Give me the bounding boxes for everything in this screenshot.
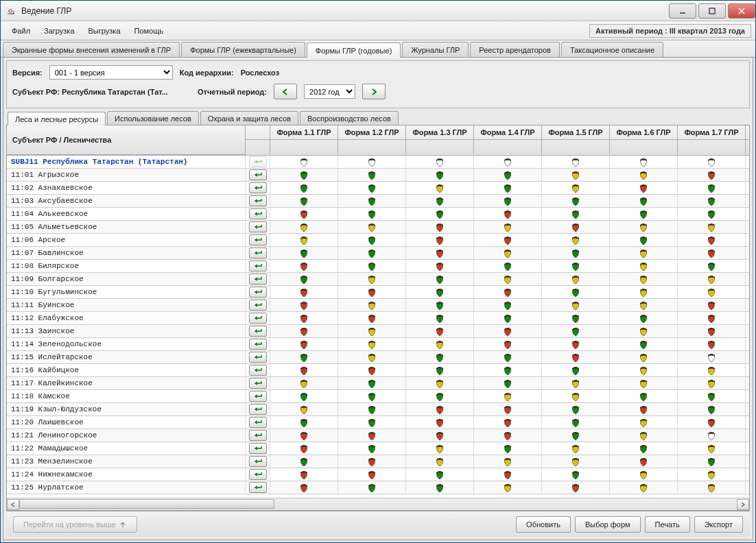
status-cell[interactable]: [406, 182, 474, 194]
col-form-1[interactable]: Форма 1.1 ГЛР: [270, 125, 338, 139]
table-row[interactable]: 11:25 Нурлатское: [7, 481, 749, 494]
table-row[interactable]: 11:16 Кайбицкое: [7, 364, 749, 377]
subtab-2[interactable]: Охрана и защита лесов: [200, 111, 298, 125]
enter-row-button[interactable]: [249, 287, 267, 298]
status-cell[interactable]: [474, 481, 542, 494]
status-cell[interactable]: [406, 390, 474, 402]
status-cell[interactable]: [542, 273, 610, 285]
subtab-3[interactable]: Воспроизводство лесов: [300, 111, 399, 125]
status-cell[interactable]: [270, 169, 338, 181]
status-cell[interactable]: [610, 351, 678, 363]
status-cell[interactable]: [678, 377, 746, 389]
enter-row-button[interactable]: [249, 326, 267, 337]
status-cell[interactable]: [406, 169, 474, 181]
status-cell[interactable]: [406, 455, 474, 468]
menu-load[interactable]: Загрузка: [37, 24, 81, 38]
status-cell[interactable]: [406, 156, 474, 168]
enter-row-button[interactable]: [249, 248, 267, 258]
status-cell[interactable]: [542, 468, 610, 481]
status-cell[interactable]: [542, 221, 610, 233]
status-cell[interactable]: [542, 182, 610, 194]
col-subject[interactable]: Субъект РФ / Лесничества: [7, 125, 246, 155]
status-cell[interactable]: [474, 156, 542, 168]
status-cell[interactable]: [270, 299, 338, 311]
status-cell[interactable]: [338, 156, 406, 168]
menu-unload[interactable]: Выгрузка: [82, 24, 128, 38]
table-row[interactable]: 11:10 Бугульминское: [7, 286, 749, 299]
status-cell[interactable]: [270, 273, 338, 285]
enter-row-button[interactable]: [249, 482, 267, 493]
status-cell[interactable]: [338, 390, 406, 402]
menu-help[interactable]: Помощь: [128, 24, 171, 38]
status-cell[interactable]: [270, 455, 338, 468]
table-row[interactable]: 11:09 Болгарское: [7, 273, 749, 286]
status-cell[interactable]: [542, 416, 610, 429]
tab-3[interactable]: Журналы ГЛР: [402, 42, 469, 57]
status-cell[interactable]: [610, 286, 678, 298]
status-cell[interactable]: [270, 247, 338, 259]
tab-2[interactable]: Формы ГЛР (годовые): [307, 43, 401, 58]
status-cell[interactable]: [542, 234, 610, 246]
status-cell[interactable]: [678, 338, 746, 350]
table-row[interactable]: 11:07 Бавлинское: [7, 247, 749, 260]
status-cell[interactable]: [610, 195, 678, 207]
table-row[interactable]: 11:06 Арское: [7, 234, 749, 247]
enter-row-button[interactable]: [249, 339, 267, 350]
status-cell[interactable]: [678, 429, 746, 442]
status-cell[interactable]: [610, 455, 678, 468]
status-cell[interactable]: [542, 364, 610, 376]
status-cell[interactable]: [678, 299, 746, 311]
status-cell[interactable]: [610, 156, 678, 168]
status-cell[interactable]: [406, 195, 474, 207]
status-cell[interactable]: [270, 156, 338, 168]
status-cell[interactable]: [406, 351, 474, 363]
status-cell[interactable]: [678, 312, 746, 324]
enter-row-button[interactable]: [249, 234, 267, 245]
status-cell[interactable]: [338, 247, 406, 259]
status-cell[interactable]: [474, 351, 542, 363]
status-cell[interactable]: [406, 481, 474, 494]
status-cell[interactable]: [270, 195, 338, 207]
table-row[interactable]: 11:11 Буинское: [7, 299, 749, 312]
status-cell[interactable]: [270, 312, 338, 324]
status-cell[interactable]: [678, 208, 746, 220]
status-cell[interactable]: [678, 364, 746, 376]
table-row[interactable]: 11:12 Елабужское: [7, 312, 749, 325]
status-cell[interactable]: [406, 364, 474, 376]
status-cell[interactable]: [406, 403, 474, 415]
status-cell[interactable]: [542, 247, 610, 259]
table-row[interactable]: 11:04 Алькеевское: [7, 208, 749, 221]
period-next-button[interactable]: [362, 84, 386, 99]
status-cell[interactable]: [678, 403, 746, 415]
enter-row-button[interactable]: [249, 365, 267, 376]
tab-1[interactable]: Формы ГЛР (ежеквартальные): [181, 42, 305, 57]
status-cell[interactable]: [678, 234, 746, 246]
status-cell[interactable]: [474, 325, 542, 337]
status-cell[interactable]: [406, 247, 474, 259]
status-cell[interactable]: [610, 312, 678, 324]
status-cell[interactable]: [474, 182, 542, 194]
status-cell[interactable]: [270, 234, 338, 246]
status-cell[interactable]: [678, 156, 746, 168]
status-cell[interactable]: [542, 377, 610, 389]
status-cell[interactable]: [678, 481, 746, 494]
table-row[interactable]: 11:05 Альметьевское: [7, 221, 749, 234]
status-cell[interactable]: [474, 429, 542, 442]
status-cell[interactable]: [678, 442, 746, 455]
status-cell[interactable]: [542, 208, 610, 220]
status-cell[interactable]: [542, 260, 610, 272]
status-cell[interactable]: [270, 351, 338, 363]
status-cell[interactable]: [610, 273, 678, 285]
status-cell[interactable]: [338, 286, 406, 298]
status-cell[interactable]: [474, 221, 542, 233]
status-cell[interactable]: [270, 468, 338, 481]
status-cell[interactable]: [678, 273, 746, 285]
tab-5[interactable]: Таксационное описание: [561, 42, 663, 57]
status-cell[interactable]: [338, 403, 406, 415]
status-cell[interactable]: [678, 221, 746, 233]
enter-row-button[interactable]: [249, 169, 267, 180]
period-prev-button[interactable]: [274, 84, 297, 99]
status-cell[interactable]: [678, 455, 746, 468]
table-row[interactable]: 11:17 Калейкинское: [7, 377, 749, 390]
table-row[interactable]: 11:13 Заинское: [7, 325, 749, 338]
